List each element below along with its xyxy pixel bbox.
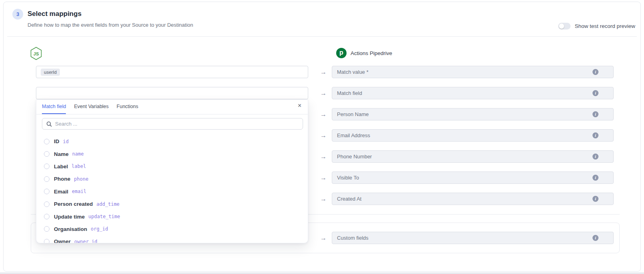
nodejs-icon: JS <box>30 47 42 62</box>
arrow-right-icon: → <box>315 235 332 242</box>
dest-field-email-address[interactable]: Email Address i <box>332 129 614 142</box>
dest-field-visible-to[interactable]: Visible To i <box>332 171 614 184</box>
option-owner[interactable]: Owner owner_id <box>36 235 308 243</box>
info-icon[interactable]: i <box>592 235 598 241</box>
radio-button[interactable] <box>44 201 50 207</box>
arrow-right-icon: → <box>315 69 332 76</box>
tab-match-field[interactable]: Match field <box>42 100 66 114</box>
dest-field-phone-number[interactable]: Phone Number i <box>332 150 614 163</box>
dest-field-person-name[interactable]: Person Name i <box>332 108 614 120</box>
info-icon[interactable]: i <box>592 196 598 202</box>
source-field-input-1[interactable]: userId <box>36 66 308 78</box>
radio-button[interactable] <box>44 151 50 157</box>
mapping-row: → Person Name i <box>315 108 614 120</box>
header-divider <box>7 36 637 37</box>
dest-field-match-value[interactable]: Match value * i <box>332 66 614 78</box>
source-field-input-2[interactable] <box>36 87 308 99</box>
arrow-right-icon: → <box>315 195 332 203</box>
radio-button[interactable] <box>44 176 50 182</box>
radio-button[interactable] <box>44 189 50 194</box>
mapping-row: → Email Address i <box>315 129 614 142</box>
tab-functions[interactable]: Functions <box>117 100 138 114</box>
dest-field-created-at[interactable]: Created At i <box>332 193 614 205</box>
arrow-right-icon: → <box>315 153 332 160</box>
search-input[interactable] <box>55 121 299 127</box>
select-mappings-page: 3 Select mappings Define how to map the … <box>0 0 644 274</box>
option-name[interactable]: Name name <box>36 148 308 160</box>
close-icon[interactable]: × <box>298 103 301 109</box>
destination-title: Actions Pipedrive <box>351 50 392 56</box>
info-icon[interactable]: i <box>592 154 598 160</box>
test-record-toggle-row: Show test record preview <box>558 23 635 30</box>
radio-button[interactable] <box>44 139 50 144</box>
option-id[interactable]: ID id <box>36 135 308 148</box>
info-icon[interactable]: i <box>592 90 598 96</box>
arrow-right-icon: → <box>315 174 332 181</box>
dest-field-match-field[interactable]: Match field i <box>332 87 614 99</box>
toggle-knob <box>559 24 564 29</box>
info-icon[interactable]: i <box>592 175 598 181</box>
radio-button[interactable] <box>44 226 50 232</box>
option-update-time[interactable]: Update time update_time <box>36 210 308 223</box>
arrow-right-icon: → <box>315 132 332 139</box>
tab-event-variables[interactable]: Event Variables <box>74 100 109 114</box>
mapping-row-custom-fields: → Custom fields i <box>315 232 614 244</box>
option-label[interactable]: Label label <box>36 160 308 173</box>
arrow-right-icon: → <box>315 90 332 97</box>
toggle-label: Show test record preview <box>575 23 635 29</box>
dropdown-tabs-bar: Match field Event Variables Functions × <box>36 100 308 114</box>
info-icon[interactable]: i <box>592 132 598 138</box>
show-test-record-toggle[interactable] <box>558 23 571 30</box>
mapping-row: → Match field i <box>315 87 614 99</box>
source-token-chip[interactable]: userId <box>41 69 60 76</box>
info-icon[interactable]: i <box>592 69 598 75</box>
radio-button[interactable] <box>44 214 50 219</box>
radio-button[interactable] <box>44 239 50 243</box>
destination-header: p Actions Pipedrive <box>336 48 392 58</box>
field-option-list: ID id Name name Label label Phone phone <box>36 135 308 243</box>
dropdown-search-box <box>42 118 303 130</box>
option-organisation[interactable]: Organisation org_id <box>36 223 308 235</box>
arrow-right-icon: → <box>315 111 332 118</box>
mapping-row: → Visible To i <box>315 171 614 184</box>
page-title: Select mappings <box>28 10 81 18</box>
field-picker-dropdown: Match field Event Variables Functions × … <box>36 99 308 243</box>
info-icon[interactable]: i <box>592 111 598 117</box>
option-phone[interactable]: Phone phone <box>36 173 308 185</box>
mappings-card: 3 Select mappings Define how to map the … <box>3 2 641 272</box>
step-number-badge: 3 <box>12 9 23 20</box>
mapping-row: → Created At i <box>315 193 614 205</box>
dest-field-custom-fields[interactable]: Custom fields i <box>332 232 614 244</box>
mapping-row: → Phone Number i <box>315 150 614 163</box>
svg-text:JS: JS <box>34 51 39 56</box>
page-bottom-strip <box>0 272 644 274</box>
option-person-created[interactable]: Person created add_time <box>36 198 308 210</box>
pipedrive-icon: p <box>336 48 347 58</box>
page-subtitle: Define how to map the event fields from … <box>28 22 193 28</box>
mapping-row: → Match value * i <box>315 66 614 78</box>
radio-button[interactable] <box>44 164 50 169</box>
search-icon <box>46 121 52 127</box>
option-email[interactable]: Email email <box>36 185 308 198</box>
